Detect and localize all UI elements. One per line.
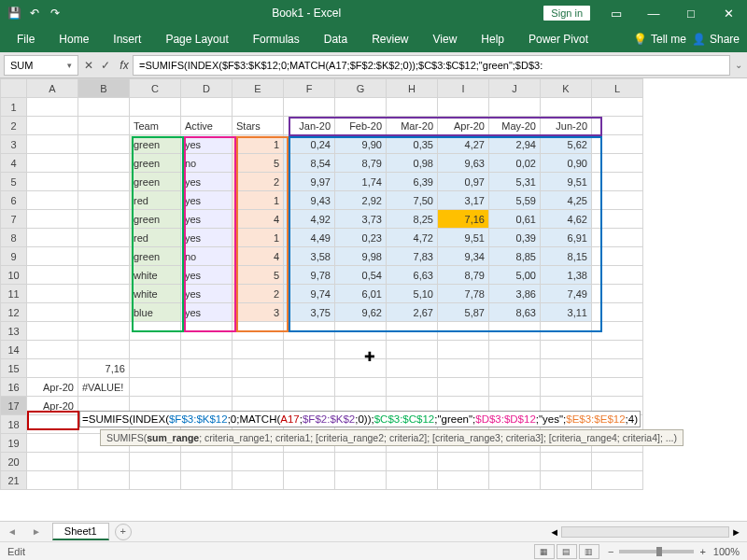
cell[interactable]: Apr-20 [27, 378, 78, 397]
cell[interactable]: no [181, 154, 233, 173]
accept-formula-icon[interactable]: ✓ [101, 59, 110, 72]
fx-icon[interactable]: fx [116, 59, 133, 72]
cell[interactable]: white [130, 266, 181, 285]
row-header[interactable]: 20 [1, 453, 27, 471]
row-header[interactable]: 6 [1, 191, 27, 210]
cell[interactable]: 0,23 [335, 229, 387, 247]
undo-icon[interactable]: ↶ [26, 5, 43, 21]
cell[interactable]: 8,85 [489, 247, 541, 266]
row-header[interactable]: 13 [1, 322, 27, 341]
tab-file[interactable]: File [7, 27, 44, 51]
cell[interactable]: 1,38 [541, 266, 592, 285]
name-box[interactable]: SUM▾ [4, 55, 78, 76]
cell[interactable]: Jun-20 [541, 117, 592, 135]
cell[interactable]: green [130, 135, 181, 154]
row-header[interactable]: 2 [1, 117, 27, 135]
col-header[interactable]: E [233, 79, 284, 98]
cell[interactable]: yes [181, 173, 233, 191]
tab-insert[interactable]: Insert [104, 27, 150, 51]
row-header[interactable]: 7 [1, 210, 27, 229]
col-header[interactable]: L [592, 79, 643, 98]
cell[interactable]: 4 [233, 247, 284, 266]
tab-data[interactable]: Data [315, 27, 357, 51]
cell[interactable]: 7,78 [438, 285, 489, 303]
col-header[interactable]: I [438, 79, 489, 98]
cancel-formula-icon[interactable]: ✕ [84, 59, 93, 72]
cell[interactable]: 5,31 [489, 173, 541, 191]
tab-view[interactable]: View [424, 27, 467, 51]
cell[interactable]: 4,72 [387, 229, 438, 247]
signin-button[interactable]: Sign in [543, 6, 590, 21]
cell[interactable]: Stars [233, 117, 284, 135]
cell[interactable]: 0,39 [489, 229, 541, 247]
view-normal-icon[interactable]: ▦ [534, 544, 555, 559]
cell[interactable]: 0,24 [284, 135, 335, 154]
cell[interactable]: 9,34 [438, 247, 489, 266]
row-header[interactable]: 4 [1, 154, 27, 173]
col-header[interactable]: G [335, 79, 387, 98]
cell[interactable]: 9,51 [541, 173, 592, 191]
cell[interactable]: yes [181, 229, 233, 247]
cell[interactable]: 9,63 [438, 154, 489, 173]
row-header[interactable]: 14 [1, 341, 27, 359]
cell[interactable]: 5 [233, 266, 284, 285]
cell[interactable]: 0,02 [489, 154, 541, 173]
cell[interactable]: white [130, 285, 181, 303]
cell[interactable]: Team [130, 117, 181, 135]
cell[interactable]: 5 [233, 154, 284, 173]
maximize-icon[interactable]: □ [672, 7, 710, 21]
cell[interactable]: 3,75 [284, 303, 335, 322]
cell[interactable]: 5,00 [489, 266, 541, 285]
cell[interactable]: May-20 [489, 117, 541, 135]
tab-formulas[interactable]: Formulas [244, 27, 309, 51]
cell[interactable]: 7,83 [387, 247, 438, 266]
row-header[interactable]: 17 [1, 397, 27, 415]
cell[interactable]: 1,74 [335, 173, 387, 191]
add-sheet-button[interactable]: + [115, 524, 132, 540]
cell[interactable]: Jan-20 [284, 117, 335, 135]
close-icon[interactable]: ✕ [710, 7, 747, 21]
cell[interactable]: 6,39 [387, 173, 438, 191]
cell[interactable]: 9,51 [438, 229, 489, 247]
expand-formula-icon[interactable]: ⌄ [730, 60, 747, 70]
cell-formula-editor[interactable]: =SUMIFS(INDEX($F$3:$K$12;0;MATCH(A17;$F$… [79, 411, 641, 427]
sheet-nav-next-icon[interactable]: ► [24, 526, 49, 537]
col-header[interactable]: H [387, 79, 438, 98]
cell[interactable]: 9,90 [335, 135, 387, 154]
cell[interactable]: 1 [233, 135, 284, 154]
cell[interactable]: no [181, 247, 233, 266]
cell[interactable]: 0,61 [489, 210, 541, 229]
cell[interactable]: green [130, 154, 181, 173]
cell[interactable]: yes [181, 303, 233, 322]
cell[interactable]: 8,79 [335, 154, 387, 173]
hscroll-right-icon[interactable]: ► [731, 526, 741, 538]
cell[interactable]: 4,27 [438, 135, 489, 154]
cell[interactable]: 2,94 [489, 135, 541, 154]
col-header[interactable]: F [284, 79, 335, 98]
row-header[interactable]: 15 [1, 359, 27, 378]
redo-icon[interactable]: ↷ [47, 5, 63, 21]
cell[interactable]: 8,79 [438, 266, 489, 285]
cell[interactable]: 4 [233, 210, 284, 229]
formula-bar[interactable]: =SUMIFS(INDEX($F$3:$K$12;0;MATCH(A17;$F$… [133, 55, 730, 76]
cell[interactable]: 5,59 [489, 191, 541, 210]
row-header[interactable]: 21 [1, 471, 27, 490]
zoom-out-button[interactable]: − [608, 546, 613, 557]
cell[interactable]: 3,58 [284, 247, 335, 266]
cell[interactable]: 2,92 [335, 191, 387, 210]
cell[interactable]: 8,25 [387, 210, 438, 229]
cell[interactable]: green [130, 247, 181, 266]
ribbon-options-icon[interactable]: ▭ [598, 7, 635, 21]
row-header[interactable]: 9 [1, 247, 27, 266]
cell[interactable]: 9,74 [284, 285, 335, 303]
row-header[interactable]: 16 [1, 378, 27, 397]
col-header[interactable]: C [130, 79, 181, 98]
row-header[interactable]: 18 [1, 415, 27, 434]
cell[interactable]: 7,16 [78, 359, 130, 378]
col-header[interactable]: K [541, 79, 592, 98]
row-header[interactable]: 3 [1, 135, 27, 154]
cell[interactable]: Mar-20 [387, 117, 438, 135]
cell[interactable]: 0,35 [387, 135, 438, 154]
cell[interactable]: 7,49 [541, 285, 592, 303]
cell[interactable]: 4,92 [284, 210, 335, 229]
